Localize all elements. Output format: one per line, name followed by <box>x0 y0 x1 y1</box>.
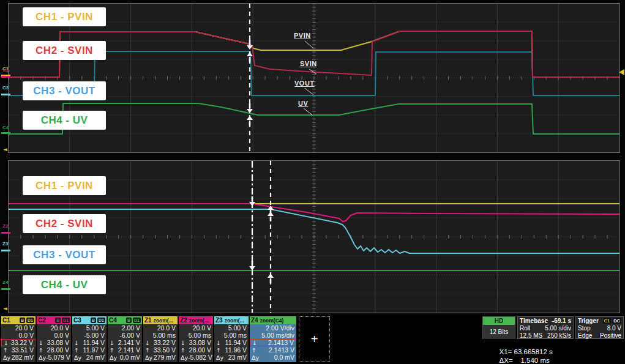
channel-value-row: ↑33.50 V <box>143 346 178 354</box>
row-value: 5.00 ms <box>224 332 247 339</box>
status-toolbar: C1BD120.0 V0.0 V↓33.22 V↑33.51 VΔy282 mV… <box>0 315 625 364</box>
channel-label-ch2-svin: CH2 - SVIN <box>23 41 106 60</box>
offset-marker-c3[interactable]: C3 <box>2 86 9 91</box>
channel-value-row: ↑28.00 V <box>179 346 213 354</box>
channel-value-row: ↓11.94 V <box>72 339 107 346</box>
row-prefix: Δy <box>252 354 260 361</box>
channel-value-row: -6.00 V <box>108 332 142 339</box>
trigger-level-marker-icon[interactable] <box>619 69 624 75</box>
channel-value-row: Δy282 mV <box>1 354 36 361</box>
row-value: -5.00 V <box>83 332 105 339</box>
row-prefix: Δy <box>110 354 118 361</box>
row-prefix: ↓ <box>4 340 11 346</box>
timebase-title: Timebase <box>520 318 552 324</box>
annotation-leader <box>305 41 313 48</box>
row-value: 33.22 V <box>11 339 33 346</box>
row-prefix: Δy <box>216 354 225 361</box>
row-value: 5.00 ms <box>189 332 211 339</box>
timebase-samplerate: 250 kS/s <box>547 332 571 339</box>
row-prefix: ↑ <box>3 347 12 354</box>
channel-value-row: Δy0.0 mV <box>250 354 296 361</box>
row-prefix: Δy <box>181 354 188 361</box>
channel-value-row: ↓11.94 V <box>214 339 249 346</box>
channel-label-ch1-pvin: CH1 - PVIN <box>23 7 106 26</box>
channel-box-c3[interactable]: C3BD15.00 V-5.00 V↓11.94 V↑11.97 VΔy24 m… <box>72 316 107 362</box>
channel-box-c2[interactable]: C2BD120.0 V0.0 V↓33.08 V↑28.00 VΔy-5.079… <box>37 316 71 362</box>
channel-badge-b: B <box>126 318 132 323</box>
trigger-position-arrow-icon: ◄ <box>3 147 7 152</box>
row-prefix: Δy <box>74 354 83 361</box>
channel-box-c1[interactable]: C1BD120.0 V0.0 V↓33.22 V↑33.51 VΔy282 mV <box>1 316 36 362</box>
row-value: 11.96 V <box>225 346 247 354</box>
channel-label-ch3-vout: CH3 - VOUT <box>23 81 106 100</box>
offset-marker-z4[interactable]: Z4 <box>2 280 8 285</box>
row-prefix: Δy <box>3 354 12 361</box>
row-value: 11.94 V <box>225 339 247 346</box>
timebase-box[interactable]: Timebase -69.1 s Roll 5.00 s/div 12.5 MS… <box>517 316 574 339</box>
row-value: 20.0 V <box>47 324 69 332</box>
channel-value-row: 20.0 V <box>179 324 213 332</box>
channel-box-z3[interactable]: Z3zoom(...5.00 V5.00 ms↓11.94 V↑11.96 VΔ… <box>214 316 249 362</box>
offset-marker-c4[interactable]: C4 <box>2 125 9 130</box>
channel-value-row: 5.00 ms <box>179 332 213 339</box>
channel-box-z1[interactable]: Z1zoom(...20.0 V5.00 ms↓33.22 V↑33.50 VΔ… <box>143 316 178 362</box>
channel-value-row: Δy-5.082 V <box>179 354 213 361</box>
timebase-mode: Roll <box>520 325 545 332</box>
cursor-arrow-down-icon <box>249 196 255 206</box>
channel-box-c4[interactable]: C4BD12.00 V-6.00 V↓2.141 V↑2.141 VΔy0.0 … <box>108 316 142 362</box>
timebase-memory: 12.5 MS <box>520 332 547 339</box>
channel-value-row: 20.0 V <box>1 324 36 332</box>
row-value: 33.08 V <box>47 339 69 346</box>
waveform-annotation-vout: VOUT <box>294 80 315 87</box>
offset-marker-z3[interactable]: Z3 <box>2 242 8 247</box>
channel-label-ch4-uv: CH4 - UV <box>23 275 106 294</box>
row-value: 2.00 V/div <box>260 324 294 332</box>
row-value: 5.00 ms/div <box>260 332 294 339</box>
channel-id-label: Z1 <box>144 317 152 324</box>
row-value: 282 mV <box>12 354 34 361</box>
row-value: 24 mV <box>83 354 105 361</box>
oscilloscope-app: CH1 - PVINCH2 - SVINCH3 - VOUTCH4 - UVC1… <box>0 0 625 364</box>
trigger-box[interactable]: Trigger C1 DC Stop 8.0 V Edge Positive <box>575 316 624 339</box>
row-value: 0.0 mV <box>118 354 140 361</box>
row-prefix: Δy <box>39 354 46 361</box>
channel-box-z4[interactable]: Z4zoom(C4)2.00 V/div5.00 ms/div↓2.1413 V… <box>250 316 296 362</box>
zoom-source-label: zoom(... <box>189 318 209 324</box>
channel-value-row: Δy0.0 mV <box>108 354 142 361</box>
channel-badge-d1: D1 <box>97 318 105 323</box>
acquisition-box[interactable]: HD 12 Bits <box>482 316 515 339</box>
add-trace-button[interactable]: + <box>299 316 330 362</box>
channel-id-label: Z4 <box>251 317 258 324</box>
trigger-type: Edge <box>578 332 600 339</box>
channel-label-ch2-svin: CH2 - SVIN <box>23 214 106 233</box>
channel-value-row: Δy-5.079 V <box>37 354 71 361</box>
channel-value-row: 20.0 V <box>37 324 71 332</box>
row-value: 28.00 V <box>47 346 69 354</box>
channel-value-row: ↓33.22 V <box>143 339 178 346</box>
row-value: 2.141 V <box>118 339 140 346</box>
offset-marker-line-z3 <box>1 250 10 251</box>
row-prefix: ↓ <box>181 340 189 346</box>
hd-mode-badge: HD <box>483 317 515 325</box>
channel-badge-d1: D1 <box>26 318 34 323</box>
row-value: 2.00 V <box>118 324 140 332</box>
row-value: 11.94 V <box>83 339 105 346</box>
offset-marker-line-z4 <box>1 288 10 290</box>
row-prefix: ↑ <box>39 347 47 354</box>
row-value: 2.141 V <box>118 346 140 354</box>
row-prefix: ↓ <box>74 340 83 346</box>
trigger-position-arrow-icon: ◄ <box>3 306 7 311</box>
row-prefix: ↓ <box>145 340 154 346</box>
row-value: -5.079 V <box>46 354 70 361</box>
offset-marker-z2[interactable]: Z2 <box>2 224 8 229</box>
cursor-value-row-selected: ↓33.22 V <box>1 339 36 346</box>
row-prefix: ↓ <box>110 340 118 346</box>
trigger-slope: Positive <box>600 332 621 339</box>
channel-box-z2[interactable]: Z2zoom(...20.0 V5.00 ms↓33.08 V↑28.00 VΔ… <box>179 316 213 362</box>
row-value: 20.0 V <box>12 324 34 332</box>
trigger-coupling-badge: DC <box>612 318 621 324</box>
offset-marker-c2[interactable]: C2 <box>3 69 9 73</box>
row-value: 33.51 V <box>12 346 34 354</box>
row-value: 33.50 V <box>154 346 176 354</box>
channel-badge-d1: D1 <box>133 318 141 323</box>
